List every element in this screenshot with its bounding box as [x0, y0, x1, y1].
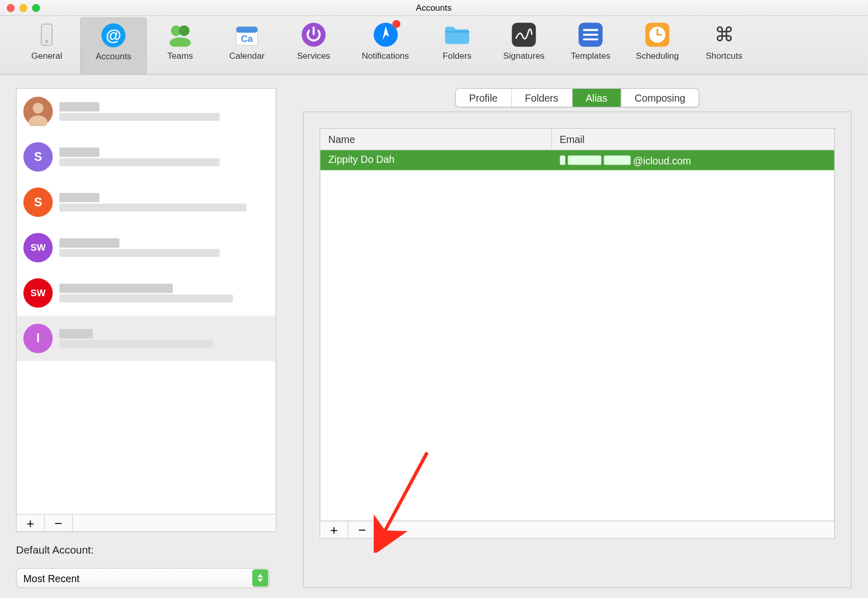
- toolbar-label: Accounts: [95, 51, 131, 61]
- plus-icon: +: [330, 522, 338, 537]
- toolbar-services[interactable]: Services: [280, 17, 347, 74]
- minus-icon: −: [358, 522, 366, 537]
- toolbar-folders[interactable]: Folders: [424, 17, 491, 74]
- toolbar-label: Teams: [167, 51, 193, 61]
- at-sign-icon: @: [100, 21, 127, 48]
- svg-point-24: [33, 103, 43, 113]
- default-account-select[interactable]: Most Recent: [16, 568, 270, 588]
- toolbar-signatures[interactable]: Signatures: [491, 17, 558, 74]
- toolbar-label: Signatures: [503, 51, 544, 61]
- account-detail-tabs: Profile Folders Alias Composing: [455, 88, 699, 108]
- people-icon: [167, 21, 194, 47]
- select-arrows-icon: [252, 569, 268, 587]
- avatar: [23, 97, 53, 127]
- clock-icon: [644, 21, 670, 47]
- svg-point-6: [170, 37, 191, 46]
- toolbar-shortcuts[interactable]: ⌘ Shortcuts: [691, 17, 758, 74]
- alias-name-cell: Zippity Do Dah: [320, 150, 551, 170]
- tab-composing[interactable]: Composing: [621, 89, 698, 107]
- tab-profile[interactable]: Profile: [456, 89, 512, 107]
- minus-icon: −: [55, 516, 62, 531]
- toolbar-label: General: [31, 51, 62, 61]
- column-header-name[interactable]: Name: [320, 129, 551, 150]
- add-account-button[interactable]: +: [17, 514, 45, 532]
- alias-table: Name Email Zippity Do Dah @icloud.com: [320, 128, 835, 539]
- toolbar-label: Calendar: [229, 51, 264, 61]
- toolbar-scheduling[interactable]: Scheduling: [624, 17, 691, 74]
- toolbar-teams[interactable]: Teams: [147, 17, 214, 74]
- default-account-label: Default Account:: [16, 544, 276, 556]
- cursor-badge-icon: [372, 21, 399, 47]
- tab-alias[interactable]: Alias: [572, 89, 621, 107]
- avatar: S: [23, 142, 53, 172]
- accounts-list: S S SW SW I: [17, 89, 276, 514]
- accounts-list-box: S S SW SW I: [16, 88, 276, 532]
- toolbar-label: Notifications: [362, 51, 409, 61]
- preferences-toolbar: General @ Accounts Teams Ca Calendar Ser…: [0, 16, 867, 75]
- svg-text:Ca: Ca: [241, 33, 253, 44]
- account-row[interactable]: S: [17, 134, 276, 180]
- toolbar-accounts[interactable]: @ Accounts: [80, 17, 147, 74]
- toolbar-label: Scheduling: [636, 51, 679, 61]
- avatar: I: [23, 324, 53, 353]
- toolbar-label: Templates: [571, 51, 610, 61]
- svg-rect-13: [512, 22, 536, 46]
- avatar: SW: [23, 233, 53, 262]
- plus-icon: +: [27, 516, 34, 531]
- account-row[interactable]: [17, 89, 276, 134]
- toolbar-notifications[interactable]: Notifications: [347, 17, 424, 74]
- alias-row[interactable]: Zippity Do Dah @icloud.com: [320, 150, 834, 170]
- power-icon: [300, 21, 327, 47]
- toolbar-label: Folders: [443, 51, 472, 61]
- remove-alias-button[interactable]: −: [348, 521, 376, 538]
- account-row[interactable]: SW: [17, 225, 276, 270]
- toolbar-calendar[interactable]: Ca Calendar: [213, 17, 280, 74]
- toolbar-general[interactable]: General: [13, 17, 80, 74]
- add-alias-button[interactable]: +: [320, 521, 348, 538]
- alias-panel: Name Email Zippity Do Dah @icloud.com: [303, 111, 851, 588]
- svg-text:⌘: ⌘: [714, 23, 734, 45]
- column-header-email[interactable]: Email: [551, 129, 834, 150]
- svg-rect-8: [236, 27, 258, 33]
- svg-rect-12: [445, 30, 469, 32]
- remove-account-button[interactable]: −: [45, 514, 73, 532]
- toolbar-label: Shortcuts: [706, 51, 742, 61]
- account-row[interactable]: I: [17, 316, 276, 361]
- toolbar-templates[interactable]: Templates: [557, 17, 624, 74]
- svg-text:@: @: [106, 26, 122, 44]
- calendar-icon: Ca: [233, 21, 260, 47]
- svg-point-5: [179, 25, 189, 36]
- account-row[interactable]: SW: [17, 270, 276, 316]
- list-icon: [577, 21, 604, 47]
- svg-point-1: [45, 39, 49, 43]
- toolbar-label: Services: [297, 51, 330, 61]
- avatar: SW: [23, 278, 53, 308]
- account-row[interactable]: S: [17, 180, 276, 225]
- default-account-value: Most Recent: [23, 572, 80, 584]
- command-icon: ⌘: [711, 21, 737, 47]
- switches-icon: [33, 21, 60, 47]
- avatar: S: [23, 187, 53, 217]
- tab-folders[interactable]: Folders: [512, 89, 572, 107]
- folder-icon: [444, 21, 470, 47]
- signature-icon: [511, 21, 537, 47]
- window-title: Accounts: [0, 3, 867, 13]
- alias-email-cell: @icloud.com: [551, 150, 834, 170]
